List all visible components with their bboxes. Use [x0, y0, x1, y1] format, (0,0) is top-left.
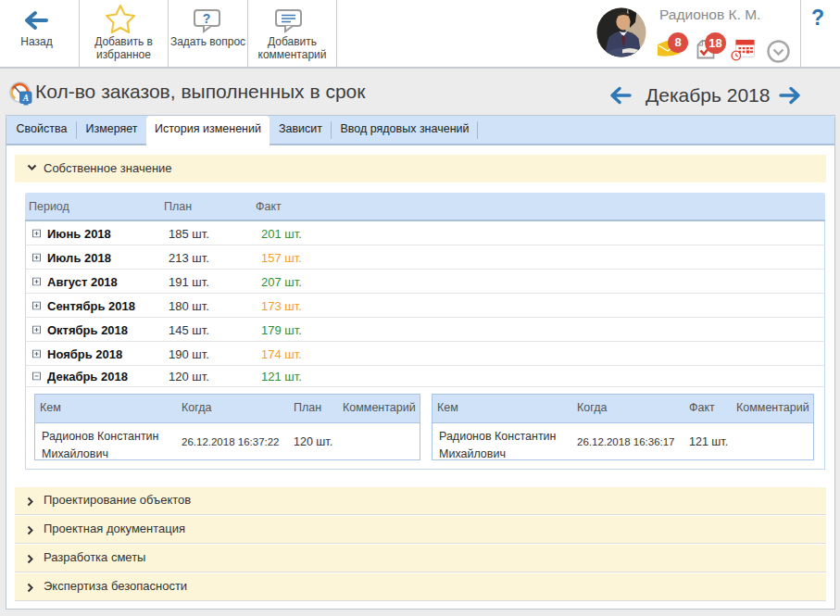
svg-text:A: A — [22, 94, 29, 103]
svg-text:?: ? — [203, 11, 211, 26]
